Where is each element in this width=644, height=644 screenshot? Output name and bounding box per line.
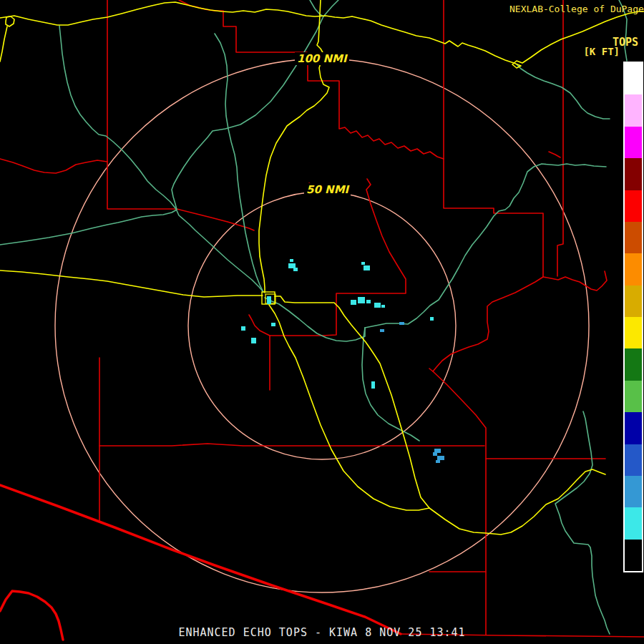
scale-segment bbox=[625, 127, 642, 158]
echo-region bbox=[366, 300, 371, 303]
range-ring-label-50nmi: 50 NMI bbox=[304, 183, 351, 196]
highway-line bbox=[259, 0, 329, 293]
scale-segment bbox=[625, 348, 642, 380]
color-scale-bar bbox=[623, 62, 643, 572]
scale-segment bbox=[625, 412, 642, 444]
brand-label: NEXLAB-College of DuPage bbox=[509, 4, 644, 14]
scale-segment bbox=[625, 253, 642, 285]
echo-region bbox=[267, 296, 271, 304]
scale-segment bbox=[625, 444, 642, 476]
brand-text: NEXLAB-College of DuPage↖ bbox=[509, 4, 644, 14]
county-line bbox=[543, 271, 607, 291]
scale-segment bbox=[625, 540, 642, 571]
echo-region bbox=[371, 381, 375, 389]
scale-segment bbox=[625, 190, 642, 222]
scale-segment bbox=[625, 317, 642, 348]
scale-segment bbox=[625, 476, 642, 507]
scale-segment bbox=[625, 507, 642, 539]
county-line bbox=[557, 0, 563, 276]
radar-screen: 100 NMI 50 NMI NEXLAB-College of DuPage↖… bbox=[0, 0, 644, 644]
highway-line bbox=[0, 270, 263, 297]
highway-line bbox=[429, 469, 605, 535]
echo-region bbox=[351, 300, 356, 305]
echo-region bbox=[293, 268, 298, 271]
river-line bbox=[310, 0, 338, 16]
river-line bbox=[555, 411, 610, 634]
river-line bbox=[362, 328, 419, 441]
echo-region bbox=[251, 338, 256, 343]
state-border bbox=[0, 485, 401, 634]
county-line bbox=[0, 159, 107, 173]
county-line bbox=[444, 0, 543, 277]
outer-range-ring bbox=[55, 59, 589, 592]
county-line bbox=[99, 444, 484, 446]
river-line bbox=[365, 164, 606, 328]
echo-region bbox=[364, 265, 370, 270]
scale-segment bbox=[625, 63, 642, 94]
echo-region bbox=[437, 456, 444, 460]
echo-region bbox=[290, 259, 293, 262]
scale-segment bbox=[625, 94, 642, 126]
legend-units: [K FT] bbox=[583, 46, 620, 57]
river-line bbox=[59, 26, 263, 292]
scale-segment bbox=[625, 158, 642, 190]
inner-range-ring bbox=[188, 192, 456, 459]
county-line bbox=[429, 277, 543, 371]
highway-line bbox=[275, 296, 429, 508]
county-line bbox=[433, 371, 486, 635]
echo-region bbox=[381, 305, 385, 308]
echo-region bbox=[358, 297, 365, 303]
echo-region bbox=[241, 326, 245, 331]
echo-region bbox=[430, 317, 434, 321]
county-line bbox=[549, 152, 560, 157]
echo-region bbox=[399, 322, 404, 325]
scale-segment bbox=[625, 286, 642, 317]
echo-region bbox=[271, 323, 275, 326]
county-line bbox=[107, 0, 254, 230]
radar-map bbox=[0, 0, 644, 644]
county-line bbox=[249, 179, 406, 336]
echo-region bbox=[433, 452, 437, 456]
echo-region bbox=[288, 263, 296, 268]
echo-region bbox=[436, 460, 440, 463]
highway-line bbox=[0, 26, 7, 62]
river-line bbox=[265, 298, 365, 341]
echo-region bbox=[361, 262, 365, 265]
scale-segment bbox=[625, 381, 642, 412]
scale-segment bbox=[625, 222, 642, 253]
echo-region bbox=[380, 329, 384, 332]
echo-region bbox=[374, 303, 381, 308]
highway-line bbox=[6, 16, 14, 26]
river-line bbox=[0, 16, 323, 245]
state-border bbox=[0, 591, 63, 640]
product-caption: ENHANCED ECHO TOPS - KIWA 8 NOV 25 13:41 bbox=[178, 626, 465, 639]
range-ring-label-100nmi: 100 NMI bbox=[295, 52, 349, 65]
